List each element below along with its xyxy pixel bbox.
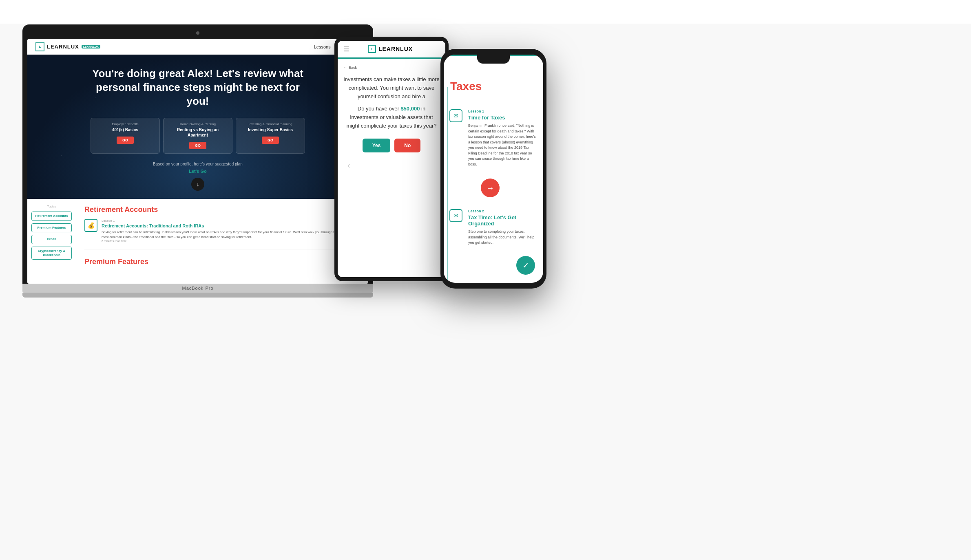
phone-lesson-number-2: Lesson 2 — [468, 209, 537, 213]
top-bar — [0, 0, 971, 24]
plan-card-title-2: Investing Super Basics — [241, 127, 300, 132]
plan-card-category-2: Investing & Financial Planning — [241, 122, 300, 126]
phone-notch — [477, 55, 510, 64]
laptop-camera-bar — [27, 29, 368, 37]
lesson-title-1[interactable]: Retirement Accounts: Traditional and Rot… — [102, 223, 345, 228]
section-title-retirement: Retirement Accounts — [84, 205, 360, 214]
tablet-device: ☰ L LEARNLUX ← Back Investments can make… — [334, 37, 449, 281]
phone-arrow-btn-1[interactable]: → — [481, 179, 500, 197]
laptop-device: L LEARNLUX LEARNLUX Lessons Take Action … — [22, 24, 373, 298]
question-part2: Do you have over — [358, 106, 401, 112]
plan-card-btn-0[interactable]: GO — [117, 137, 134, 144]
plan-card-0: Employer Benefits 401(k) Basics GO — [91, 118, 160, 154]
phone-lesson-1: ✉ Lesson 1 Time for Taxes Benjamin Frank… — [444, 104, 543, 172]
phone-bezel: Taxes ✉ Lesson 1 Time for Taxes Benjamin… — [440, 49, 546, 289]
hero-scroll-btn[interactable]: ↓ — [191, 178, 204, 191]
question-text: Investments can make taxes a little more… — [343, 75, 440, 101]
hero-cta-text: Based on your profile, here's your sugge… — [35, 162, 360, 166]
sidebar-item-premium[interactable]: Premium Features — [31, 223, 72, 232]
sidebar-item-retirement[interactable]: Retirement Accounts — [31, 212, 72, 220]
lesson-desc-1: Saving for retirement can be intimidatin… — [102, 230, 345, 240]
hamburger-icon[interactable]: ☰ — [343, 45, 349, 53]
phone-screen: Taxes ✉ Lesson 1 Time for Taxes Benjamin… — [444, 55, 543, 283]
laptop-camera — [196, 31, 199, 35]
lessons-link[interactable]: Lessons — [314, 44, 331, 49]
logo-badge: LEARNLUX — [82, 45, 100, 49]
tablet-bezel: ☰ L LEARNLUX ← Back Investments can make… — [334, 37, 449, 281]
laptop-base: MacBook Pro — [22, 284, 373, 293]
lesson-icon-1: 💰 — [84, 219, 97, 232]
phone-lesson-body-2: Lesson 2 Tax Time: Let's Get Organized S… — [450, 209, 537, 246]
plan-card-1: Home Owning & Renting Renting vs Buying … — [163, 118, 232, 154]
plan-cards: Employer Benefits 401(k) Basics GO Home … — [35, 118, 360, 154]
plan-card-btn-1[interactable]: GO — [189, 142, 206, 149]
sidebar-label: Topics — [31, 205, 72, 208]
laptop-screen: L LEARNLUX LEARNLUX Lessons Take Action … — [27, 39, 368, 284]
highlight-amount: $50,000 — [400, 106, 420, 112]
hero-section: You're doing great Alex! Let's review wh… — [27, 55, 368, 199]
question-text-2: Do you have over $50,000 in investments … — [343, 105, 440, 130]
logo-text: LEARNLUX — [47, 44, 79, 50]
back-link[interactable]: ← Back — [343, 66, 440, 70]
lesson-number-1: Lesson 1 — [102, 219, 345, 223]
app-navbar: L LEARNLUX LEARNLUX Lessons Take Action — [27, 39, 368, 55]
phone-lesson-number-1: Lesson 1 — [468, 109, 537, 113]
laptop-label: MacBook Pro — [182, 286, 213, 291]
phone-check-btn[interactable]: ✓ — [516, 256, 535, 275]
lesson-meta-1: 6 minutes read time — [102, 240, 345, 243]
laptop-foot — [22, 293, 373, 298]
phone-lesson-icon-2: ✉ — [449, 209, 462, 222]
phone-page-title: Taxes — [450, 80, 537, 93]
tablet-content: ← Back Investments can make taxes a litt… — [338, 59, 445, 176]
tablet-logo-text: LEARNLUX — [378, 46, 413, 52]
phone-lesson-icon-1: ✉ — [449, 109, 462, 122]
back-label: Back — [349, 66, 357, 70]
plan-card-btn-2[interactable]: GO — [262, 137, 279, 144]
tablet-navbar: ☰ L LEARNLUX — [338, 41, 445, 57]
nav-chevron-left[interactable]: ‹ — [343, 161, 440, 170]
phone-lesson-title-2[interactable]: Tax Time: Let's Get Organized — [468, 214, 537, 227]
back-arrow-icon: ← — [343, 66, 347, 70]
tablet-logo-box: L — [368, 45, 376, 53]
plan-card-category-0: Employer Benefits — [96, 122, 155, 126]
phone-header: Taxes — [444, 68, 543, 104]
phone-arrow-container: → — [444, 175, 543, 201]
phone-lesson-body-1: Lesson 1 Time for Taxes Benjamin Frankli… — [450, 109, 537, 167]
lesson-card-1: 💰 Lesson 1 Retirement Accounts: Traditio… — [84, 219, 360, 249]
app-logo: L LEARNLUX LEARNLUX — [35, 42, 100, 51]
phone-lesson-desc-2: Step one to completing your taxes: assem… — [468, 229, 537, 246]
plan-card-category-1: Home Owning & Renting — [168, 122, 227, 126]
phone-screen-content: Taxes ✉ Lesson 1 Time for Taxes Benjamin… — [444, 55, 543, 283]
tablet-logo: L LEARNLUX — [368, 45, 413, 53]
logo-box: L — [35, 42, 44, 51]
sidebar-item-crypto[interactable]: Cryptocurrency & Blockchain — [31, 247, 72, 260]
sidebar: Topics Retirement Accounts Premium Featu… — [27, 199, 76, 284]
content-area: Topics Retirement Accounts Premium Featu… — [27, 199, 368, 284]
phone-device: Taxes ✉ Lesson 1 Time for Taxes Benjamin… — [440, 49, 546, 289]
phone-lesson-title-1[interactable]: Time for Taxes — [468, 115, 537, 121]
sidebar-item-credit[interactable]: Credit — [31, 235, 72, 244]
section-title-premium: Premium Features — [84, 258, 360, 266]
laptop-bezel: L LEARNLUX LEARNLUX Lessons Take Action … — [22, 24, 373, 284]
answer-buttons: Yes No — [343, 139, 440, 152]
no-button[interactable]: No — [394, 139, 420, 152]
plan-card-title-0: 401(k) Basics — [96, 127, 155, 132]
main-content: Retirement Accounts 💰 Lesson 1 Retiremen… — [76, 199, 368, 284]
plan-card-2: Investing & Financial Planning Investing… — [236, 118, 305, 154]
hero-cta-link[interactable]: Let's Go — [35, 169, 360, 174]
yes-button[interactable]: Yes — [363, 139, 391, 152]
lesson-info-1: Lesson 1 Retirement Accounts: Traditiona… — [102, 219, 345, 243]
plan-card-title-1: Renting vs Buying an Apartment — [168, 127, 227, 138]
hero-title: You're doing great Alex! Let's review wh… — [92, 67, 304, 108]
question-part1: Investments can make taxes a little more… — [343, 76, 440, 99]
tablet-screen: ☰ L LEARNLUX ← Back Investments can make… — [338, 41, 445, 277]
phone-lesson-2: ✉ Lesson 2 Tax Time: Let's Get Organized… — [444, 204, 543, 251]
phone-lesson-desc-1: Benjamin Franklin once said, "Nothing is… — [468, 123, 537, 167]
